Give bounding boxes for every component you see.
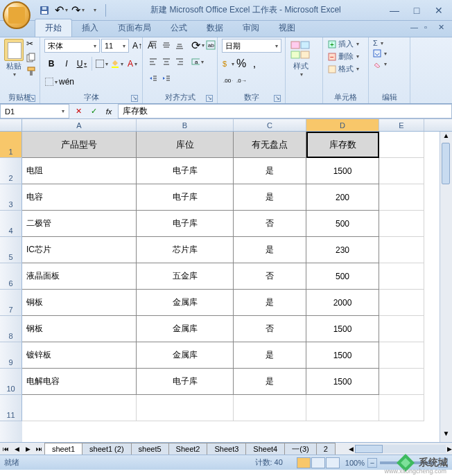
font-size-dropdown[interactable]: 11▾ [101,39,129,53]
fill-color-button[interactable]: ▾ [110,57,124,71]
row-header-4[interactable]: 4 [0,211,22,237]
align-left-icon[interactable] [147,55,159,68]
zoom-in-button[interactable]: + [438,458,448,468]
font-launcher-icon[interactable]: ↘ [131,95,138,102]
cell-D1[interactable]: 库存数 [306,132,379,158]
cancel-formula-icon[interactable]: ✕ [72,105,85,118]
row-header-2[interactable]: 2 [0,158,22,184]
cell-C6[interactable]: 否 [234,263,306,290]
sheet-next-icon[interactable]: ▶ [22,446,33,452]
format-painter-icon[interactable] [26,67,39,79]
cell-E6[interactable] [379,263,424,290]
fx-icon[interactable]: fx [103,105,115,118]
scroll-thumb[interactable] [442,143,450,184]
normal-view-icon[interactable] [297,457,311,468]
align-right-icon[interactable] [173,55,186,68]
row-header-7[interactable]: 7 [0,290,22,316]
cell-E5[interactable] [379,237,424,263]
tab-home[interactable]: 开始 [35,19,72,37]
paste-button[interactable]: 粘贴 ▾ [4,39,24,78]
cell-C5[interactable]: 是 [234,237,306,263]
cell-B2[interactable]: 电子库 [137,158,234,184]
cell-D5[interactable]: 230 [306,237,379,263]
tab-view[interactable]: 视图 [269,19,305,37]
hscroll-left-icon[interactable]: ◀ [349,446,354,452]
name-box[interactable]: D1▾ [0,104,69,118]
comma-icon[interactable]: , [248,58,261,70]
sheet-tab-sheet5[interactable]: sheet5 [131,443,169,455]
cell-D6[interactable]: 500 [306,263,379,290]
save-icon[interactable] [37,3,51,17]
row-header-3[interactable]: 3 [0,184,22,211]
horizontal-scrollbar[interactable]: ◀ ▶ [349,445,452,453]
column-header-C[interactable]: C [234,119,306,131]
cell-A8[interactable]: 钢板 [22,316,137,342]
close-button[interactable]: ✕ [428,3,449,17]
cell-A2[interactable]: 电阻 [22,158,137,184]
redo-icon[interactable]: ↷▾ [71,3,85,17]
cell-D11[interactable] [306,395,379,421]
zoom-slider[interactable] [380,461,435,464]
number-launcher-icon[interactable]: ↘ [274,95,281,102]
zoom-level[interactable]: 100% [345,459,365,467]
sheet-tab-sheet1[interactable]: sheet1 [44,443,82,455]
cell-E9[interactable] [379,342,424,369]
cell-B6[interactable]: 五金库 [137,263,234,290]
phonetic-icon[interactable]: wén [60,75,73,89]
cell-E1[interactable] [379,132,424,158]
column-header-B[interactable]: B [137,119,234,131]
sheet-tab-Sheet3[interactable]: Sheet3 [207,443,246,455]
cell-A5[interactable]: IC芯片 [22,237,137,263]
clear-button[interactable]: ▾ [373,60,387,68]
cell-E3[interactable] [379,184,424,211]
cell-C11[interactable] [234,395,306,421]
ribbon-minimize-icon[interactable]: — [410,23,420,33]
cell-B7[interactable]: 金属库 [137,290,234,316]
fill-button[interactable]: ▾ [373,49,387,58]
align-center-icon[interactable] [160,55,173,68]
sheet-tab-Sheet4[interactable]: Sheet4 [245,443,285,455]
copy-icon[interactable] [26,53,39,65]
row-header-1[interactable]: 1 [0,132,22,158]
cell-B1[interactable]: 库位 [137,132,234,158]
orientation-icon[interactable]: ⟳▾ [191,39,204,51]
cell-E2[interactable] [379,158,424,184]
formula-bar[interactable]: 库存数 [118,104,452,118]
tab-formulas[interactable]: 公式 [161,19,197,37]
font-color-button[interactable]: A▾ [125,57,139,71]
styles-button[interactable]: 样式 ▾ [290,39,312,78]
page-layout-view-icon[interactable] [311,457,325,468]
borders-icon[interactable]: ▾ [44,75,58,89]
cell-B11[interactable] [137,395,234,421]
cell-A9[interactable]: 镀锌板 [22,342,137,369]
cell-C7[interactable]: 是 [234,290,306,316]
column-header-A[interactable]: A [22,119,137,131]
cell-B9[interactable]: 金属库 [137,342,234,369]
sheet-tab-一(3)[interactable]: 一(3) [284,443,316,455]
decrease-decimal-icon[interactable]: .0→.00 [235,74,247,87]
cell-C1[interactable]: 有无盘点 [234,132,306,158]
ribbon-close-icon[interactable]: ✕ [438,23,448,33]
underline-button[interactable]: U▾ [75,57,89,71]
cell-A4[interactable]: 二极管 [22,211,137,237]
scroll-down-icon[interactable]: ▼ [440,430,452,441]
alignment-launcher-icon[interactable]: ↘ [206,95,213,102]
qat-customize-icon[interactable]: ▾ [87,3,101,17]
sheet-tab-Sheet2[interactable]: Sheet2 [168,443,208,455]
cell-B4[interactable]: 电子库 [137,211,234,237]
cell-E11[interactable] [379,395,424,421]
autosum-button[interactable]: Σ▾ [373,39,383,47]
maximize-button[interactable]: □ [406,3,427,17]
tab-page-layout[interactable]: 页面布局 [108,19,161,37]
page-break-view-icon[interactable] [326,457,340,468]
tab-data[interactable]: 数据 [197,19,233,37]
cell-D2[interactable]: 1500 [306,158,379,184]
increase-indent-icon[interactable] [160,72,173,85]
column-header-E[interactable]: E [379,119,424,131]
sheet-first-icon[interactable]: ⏮ [0,446,11,452]
clipboard-launcher-icon[interactable]: ↘ [28,95,35,102]
row-header-5[interactable]: 5 [0,237,22,263]
cell-B3[interactable]: 电子库 [137,184,234,211]
font-name-dropdown[interactable]: 宋体▾ [44,39,100,53]
increase-decimal-icon[interactable]: .00→.0 [222,74,234,87]
